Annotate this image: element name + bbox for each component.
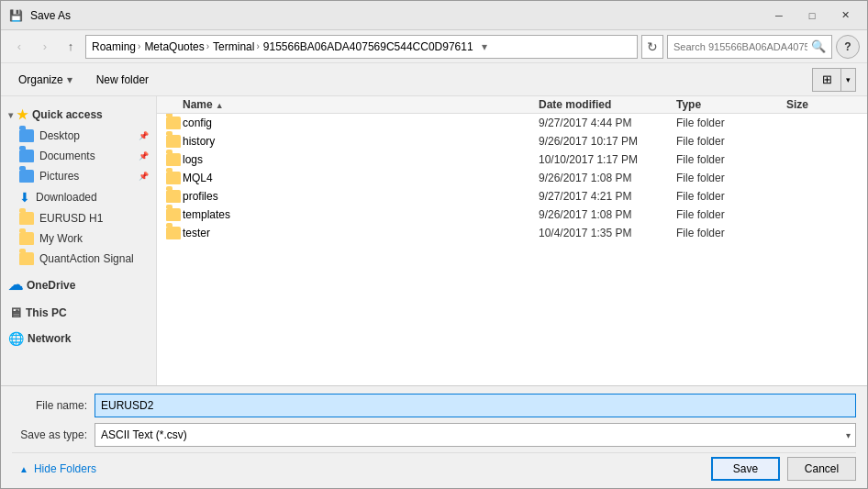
- minimize-button[interactable]: ─: [764, 6, 794, 25]
- filetype-select-wrap: ASCII Text (*.csv) All Files (*.*) ▾: [95, 423, 856, 447]
- table-row[interactable]: config 9/27/2017 4:44 PM File folder: [157, 114, 867, 132]
- title-controls: ─ □ ✕: [764, 6, 860, 25]
- file-date-config: 9/27/2017 4:44 PM: [539, 117, 676, 129]
- eurusd-folder-icon: [19, 212, 34, 225]
- file-list: config 9/27/2017 4:44 PM File folder his…: [157, 114, 867, 385]
- save-as-dialog: 💾 Save As ─ □ ✕ ‹ › ↑ Roaming › MetaQuot…: [0, 0, 868, 489]
- table-row[interactable]: history 9/26/2017 10:17 PM File folder: [157, 132, 867, 150]
- file-type-profiles: File folder: [676, 190, 786, 203]
- file-type-mql4: File folder: [676, 172, 786, 184]
- dialog-title: Save As: [30, 9, 71, 22]
- network-label: Network: [28, 332, 71, 345]
- sidebar-item-eurusd-label: EURUSD H1: [39, 212, 103, 225]
- download-icon: ⬇: [19, 190, 30, 205]
- sidebar-item-eurusd[interactable]: EURUSD H1: [1, 208, 156, 228]
- folder-icon: [166, 208, 181, 221]
- file-type-history: File folder: [676, 135, 786, 148]
- filename-input[interactable]: [95, 394, 856, 417]
- file-name-templates: templates: [183, 208, 539, 221]
- quick-access-header[interactable]: ▾ ★ Quick access: [1, 104, 156, 126]
- view-button[interactable]: ⊞: [812, 68, 841, 92]
- file-name-tester: tester: [183, 227, 539, 239]
- back-button[interactable]: ‹: [8, 36, 30, 58]
- column-headers: Name ▲ Date modified Type Size: [157, 96, 867, 114]
- folder-icon: [166, 153, 181, 166]
- folder-icon: [166, 135, 181, 148]
- thispc-header[interactable]: 🖥 This PC: [1, 301, 156, 324]
- file-date-history: 9/26/2017 10:17 PM: [539, 135, 676, 148]
- onedrive-header[interactable]: ☁ OneDrive: [1, 272, 156, 297]
- close-button[interactable]: ✕: [830, 6, 860, 25]
- table-row[interactable]: templates 9/26/2017 1:08 PM File folder: [157, 206, 867, 224]
- new-folder-button[interactable]: New folder: [90, 69, 155, 91]
- folder-icon: [166, 190, 181, 203]
- table-row[interactable]: MQL4 9/26/2017 1:08 PM File folder: [157, 169, 867, 187]
- sidebar-item-downloaded[interactable]: ⬇ Downloaded: [1, 186, 156, 208]
- filename-row: File name:: [12, 394, 856, 417]
- quick-access-icon: ★: [17, 107, 28, 122]
- sidebar-item-mywork-label: My Work: [39, 232, 83, 245]
- filename-input-wrap: [95, 394, 856, 417]
- sidebar: ▾ ★ Quick access Desktop 📌 Documents 📌 P…: [1, 96, 157, 385]
- sidebar-item-documents[interactable]: Documents 📌: [1, 146, 156, 166]
- breadcrumb-dropdown[interactable]: ▾: [477, 38, 492, 56]
- hide-folders-button[interactable]: ▲ Hide Folders: [12, 457, 104, 481]
- organize-button[interactable]: Organize ▾: [12, 69, 79, 91]
- col-header-size[interactable]: Size: [786, 98, 860, 111]
- quantaction-folder-icon: [19, 252, 34, 265]
- quick-access-label: Quick access: [32, 108, 103, 121]
- file-type-tester: File folder: [676, 227, 786, 239]
- sidebar-item-desktop-label: Desktop: [39, 129, 80, 142]
- filename-label: File name:: [12, 399, 95, 412]
- table-row[interactable]: profiles 9/27/2017 4:21 PM File folder: [157, 187, 867, 206]
- breadcrumb-item-metaquotes: MetaQuotes ›: [144, 40, 209, 53]
- search-input[interactable]: [673, 41, 807, 52]
- filetype-select[interactable]: ASCII Text (*.csv) All Files (*.*): [95, 423, 856, 447]
- help-button[interactable]: ?: [836, 35, 860, 59]
- save-button[interactable]: Save: [711, 457, 780, 481]
- breadcrumb-item-terminal: Terminal ›: [213, 40, 260, 53]
- nav-bar: ‹ › ↑ Roaming › MetaQuotes › Terminal › …: [1, 30, 867, 63]
- new-folder-label: New folder: [96, 73, 149, 86]
- file-name-logs: logs: [183, 153, 539, 166]
- view-dropdown-button[interactable]: ▾: [841, 68, 856, 92]
- pin-icon-desktop: 📌: [139, 131, 149, 140]
- thispc-label: This PC: [26, 306, 67, 319]
- breadcrumb-sep-3: ›: [256, 41, 259, 51]
- filetype-row: Save as type: ASCII Text (*.csv) All Fil…: [12, 423, 856, 447]
- dialog-icon: 💾: [8, 8, 23, 23]
- breadcrumb[interactable]: Roaming › MetaQuotes › Terminal › 915566…: [85, 35, 638, 59]
- network-header[interactable]: 🌐 Network: [1, 328, 156, 350]
- sidebar-item-desktop[interactable]: Desktop 📌: [1, 126, 156, 146]
- documents-folder-icon: [19, 150, 34, 162]
- desktop-folder-icon: [19, 129, 34, 142]
- file-date-profiles: 9/27/2017 4:21 PM: [539, 190, 676, 203]
- folder-icon: [166, 172, 181, 184]
- up-button[interactable]: ↑: [60, 36, 82, 58]
- bottom-bar: File name: Save as type: ASCII Text (*.c…: [1, 385, 867, 488]
- breadcrumb-sep-2: ›: [206, 41, 209, 51]
- file-name-profiles: profiles: [183, 190, 539, 203]
- table-row[interactable]: tester 10/4/2017 1:35 PM File folder: [157, 224, 867, 242]
- file-date-tester: 10/4/2017 1:35 PM: [539, 227, 676, 239]
- main-content: ▾ ★ Quick access Desktop 📌 Documents 📌 P…: [1, 96, 867, 385]
- cancel-button[interactable]: Cancel: [787, 457, 856, 481]
- forward-button[interactable]: ›: [34, 36, 56, 58]
- col-header-date[interactable]: Date modified: [539, 98, 676, 111]
- table-row[interactable]: logs 10/10/2017 1:17 PM File folder: [157, 150, 867, 169]
- filetype-label: Save as type:: [12, 428, 95, 441]
- sidebar-item-quantaction-label: QuantAction Signal: [39, 252, 134, 265]
- sidebar-item-mywork[interactable]: My Work: [1, 228, 156, 249]
- sidebar-item-pictures[interactable]: Pictures 📌: [1, 166, 156, 186]
- maximize-button[interactable]: □: [797, 6, 827, 25]
- sort-arrow: ▲: [216, 101, 224, 110]
- network-icon: 🌐: [8, 331, 24, 346]
- col-header-type[interactable]: Type: [676, 98, 786, 111]
- col-header-name[interactable]: Name ▲: [183, 98, 539, 111]
- sidebar-item-quantaction[interactable]: QuantAction Signal: [1, 249, 156, 269]
- file-type-config: File folder: [676, 117, 786, 129]
- pin-icon-documents: 📌: [139, 151, 149, 161]
- quick-access-section: ▾ ★ Quick access Desktop 📌 Documents 📌 P…: [1, 104, 156, 269]
- refresh-button[interactable]: ↻: [641, 35, 663, 59]
- network-section: 🌐 Network: [1, 328, 156, 350]
